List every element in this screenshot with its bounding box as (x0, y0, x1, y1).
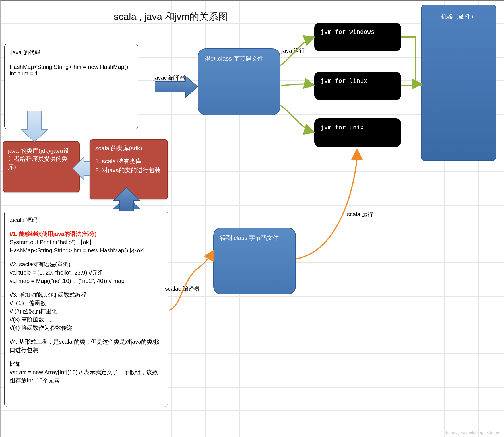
scala-section-2-title: //2. sacla特有语法(举例) (10, 260, 162, 269)
watermark: https://jiaoxueli.blog.csdn.net (446, 430, 501, 435)
scala-line: // (2) 函数的柯里化 (10, 307, 162, 316)
java-source-line: HashMap<String,String> hm = new HashMap(… (10, 64, 133, 70)
scala-line: val map = Map(("no",10)， ("no2", 40)) //… (10, 277, 162, 285)
class-file-box-java: 得到.class 字节码文件 (198, 48, 280, 115)
jdk-box: java 的类库(jdk)(java设计者给程序员提供的类库) (3, 141, 80, 192)
scala-line: var arr = new Array[Int](10) // 表示我定义了一个… (10, 368, 162, 385)
scala-source-box: .scala 源码 //1. 能够继续使用java的语法(部分) System.… (4, 211, 168, 407)
scala-source-header: .scala 源码 (10, 216, 162, 224)
scala-section-5-title: 比如 (10, 360, 162, 368)
scala-section-4-title: //4. 从形式上看，是scala 的类，但是这个类是对java的类/接口进行包… (10, 338, 162, 354)
jvm-unix-box: jvm for unix (314, 118, 401, 147)
java-source-header: .java 的代码 (10, 49, 133, 56)
jvm-linux-box: jvm for linux (314, 72, 401, 100)
scala-line: System.out.Println("hello") 【ok】 (10, 238, 162, 246)
scala-line: //(4) 将函数作为参数传递 (10, 324, 162, 332)
sdk-line: 2. 对java的类的进行包装 (95, 166, 162, 174)
scalac-label: scalac 编译器 (165, 285, 200, 293)
scala-line: val tuple = (1, 20, "hello", 23.9) //元组 (10, 269, 162, 277)
javac-label: javac 编译器 (154, 74, 185, 82)
scala-line: HashMap<String,String> hm = new HashMap(… (10, 246, 162, 255)
scala-line: //（1） 偏函数 (10, 299, 162, 307)
java-source-line: int num = 1... (10, 70, 133, 77)
scala-run-label: scala 运行 (347, 211, 373, 218)
diagram-title: scala , java 和jvm的关系图 (114, 10, 228, 23)
class-file-box-scala: 得到.class 字节码文件 (213, 228, 296, 294)
scala-section-1-title: //1. 能够继续使用java的语法(部分) (10, 230, 162, 238)
scala-sdk-box: scala 的类库(sdk) 1. scala 特有类库 2. 对java的类的… (90, 139, 168, 199)
java-run-label: java 运行 (282, 47, 305, 55)
java-source-box: .java 的代码 HashMap<String,String> hm = ne… (4, 44, 138, 129)
jvm-windows-box: jvm for windows (314, 23, 401, 51)
scala-section-3-title: //3. 增加功能,,比如 函数式编程 (10, 291, 162, 299)
scala-line: //(3) 高阶函数。。。 (10, 316, 162, 324)
sdk-line: 1. scala 特有类库 (95, 157, 162, 166)
machine-hardware-box: 机器（硬件） (421, 5, 496, 161)
sdk-header: scala 的类库(sdk) (95, 144, 162, 152)
